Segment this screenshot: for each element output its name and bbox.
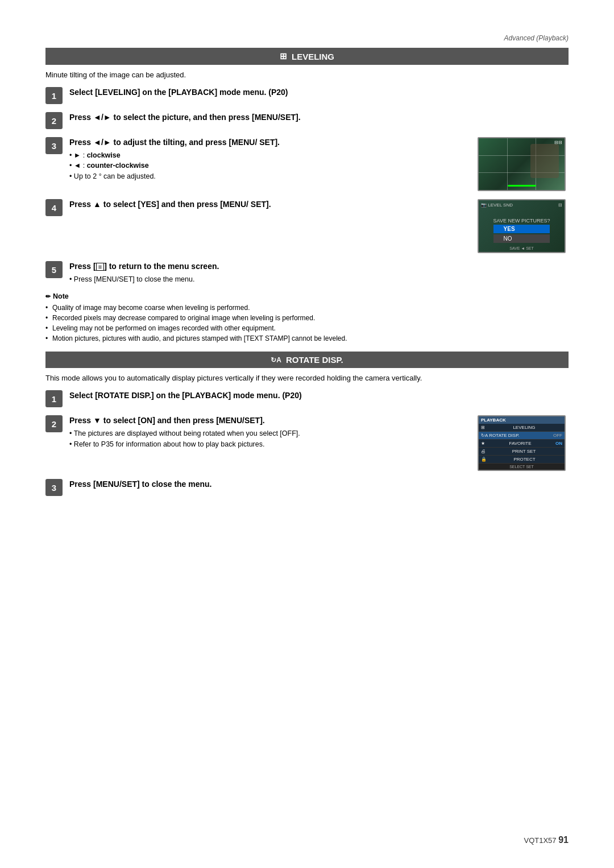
camera-top-icons: ⊟⊟ xyxy=(554,140,562,145)
menu-footer: SELECT SET xyxy=(479,464,565,470)
leveling-icon: ⊞ xyxy=(280,51,287,61)
note-item-4: Motion pictures, pictures with audio, an… xyxy=(45,333,569,344)
step-5-title: Press [≡] to return to the menu screen. xyxy=(69,261,569,272)
rotate-disp-title: ROTATE DISP. xyxy=(286,355,343,365)
page-number: 91 xyxy=(558,835,569,845)
step-4-image: 📷 LEVEL SND ⊟ SAVE NEW PICTURES? YES NO … xyxy=(478,199,569,253)
leveling-intro: Minute tilting of the image can be adjus… xyxy=(45,71,569,79)
note-item-1: Quality of image may become coarse when … xyxy=(45,303,569,313)
step-3-sub-item-2: ◄ : counter-clockwise xyxy=(69,160,471,171)
screen-label: 📷 LEVEL SND xyxy=(481,202,513,208)
rotate-step-3-title: Press [MENU/SET] to close the menu. xyxy=(69,479,569,490)
protect-label: PROTECT xyxy=(513,457,535,462)
leveling-step-4: 4 Press ▲ to select [YES] and then press… xyxy=(45,199,569,253)
rotate-disp-menu-icon: ↻A xyxy=(481,433,488,438)
note-title: Note xyxy=(45,292,569,300)
rotate-step-number-2: 2 xyxy=(45,415,63,432)
step-2-content: Press ◄/► to select the picture, and the… xyxy=(69,112,569,123)
step-3-content: Press ◄/► to adjust the tilting, and pre… xyxy=(69,137,471,182)
leveling-step-3: 3 Press ◄/► to adjust the tilting, and p… xyxy=(45,137,569,191)
rotate-step-2-sub-1: The pictures are displayed without being… xyxy=(69,428,471,439)
leveling-camera-screen-3: ⊟⊟ xyxy=(478,137,566,191)
page-code: VQT1X57 xyxy=(524,836,556,845)
step-4-title: Press ▲ to select [YES] and then press [… xyxy=(69,199,471,210)
rotate-disp-val: OFF xyxy=(553,433,562,438)
favorite-val: ON xyxy=(555,441,562,446)
leveling-title: LEVELING xyxy=(292,52,334,61)
page-footer: VQT1X57 91 xyxy=(524,835,569,845)
leveling-step-2: 2 Press ◄/► to select the picture, and t… xyxy=(45,112,569,129)
screen-icon: ⊟ xyxy=(558,202,562,208)
grid-v1 xyxy=(507,138,508,190)
step-3-image: ⊟⊟ xyxy=(478,137,569,191)
rotate-step-2-main: 2 Press ▼ to select [ON] and then press … xyxy=(45,415,471,471)
rotate-step-number-3: 3 xyxy=(45,479,63,496)
photo-content xyxy=(530,144,559,178)
save-prompt-area: SAVE NEW PICTURES? YES NO xyxy=(493,218,550,243)
step-4-content: Press ▲ to select [YES] and then press [… xyxy=(69,199,471,210)
rotate-step-2-sub-2: Refer to P35 for information about how t… xyxy=(69,439,471,450)
step-2-title: Press ◄/► to select the picture, and the… xyxy=(69,112,569,123)
menu-item-protect: 🔒 PROTECT xyxy=(479,456,565,464)
level-indicator xyxy=(508,185,536,187)
leveling-section-header: ⊞ LEVELING xyxy=(45,48,569,65)
step-4-main: 4 Press ▲ to select [YES] and then press… xyxy=(45,199,471,253)
leveling-step-5: 5 Press [≡] to return to the menu screen… xyxy=(45,261,569,284)
step-5-content: Press [≡] to return to the menu screen. … xyxy=(69,261,569,284)
step-5-sub-item: Press [MENU/SET] to close the menu. xyxy=(69,274,569,285)
note-list: Quality of image may become coarse when … xyxy=(45,303,569,344)
rotate-step-2-sub: The pictures are displayed without being… xyxy=(69,428,471,450)
rotate-step-1-content: Select [ROTATE DISP.] on the [PLAYBACK] … xyxy=(69,390,569,402)
rotate-disp-icon: ↻A xyxy=(271,356,281,364)
menu-item-favorite: ★ FAVORITE ON xyxy=(479,440,565,448)
rotate-step-1: 1 Select [ROTATE DISP.] on the [PLAYBACK… xyxy=(45,390,569,407)
favorite-icon: ★ xyxy=(481,441,485,446)
step-number-1: 1 xyxy=(45,87,63,104)
leveling-camera-screen-4: 📷 LEVEL SND ⊟ SAVE NEW PICTURES? YES NO … xyxy=(478,199,566,253)
step-1-title: Select [LEVELING] on the [PLAYBACK] mode… xyxy=(69,87,569,98)
menu-icon-inline: ≡ xyxy=(96,263,104,271)
note-item-2: Recorded pixels may decrease compared to… xyxy=(45,313,569,323)
step-3-sub: ► : clockwise ◄ : counter-clockwise Up t… xyxy=(69,150,471,182)
menu-item-leveling: ⊞ LEVELING xyxy=(479,424,565,432)
menu-item-print-set: 🖨 PRINT SET xyxy=(479,448,565,456)
step-3-sub-item-1: ► : clockwise xyxy=(69,150,471,161)
step-1-content: Select [LEVELING] on the [PLAYBACK] mode… xyxy=(69,87,569,98)
rotate-disp-section-header: ↻A ROTATE DISP. xyxy=(45,352,569,368)
menu-item-rotate-disp: ↻A ROTATE DISP. OFF xyxy=(479,432,565,440)
print-set-label: PRINT SET xyxy=(512,449,536,454)
step-number-2: 2 xyxy=(45,112,63,129)
step-3-title: Press ◄/► to adjust the tilting, and pre… xyxy=(69,137,471,148)
step-number-3: 3 xyxy=(45,137,63,154)
step-5-sub: Press [MENU/SET] to close the menu. xyxy=(69,274,569,285)
print-set-icon: 🖨 xyxy=(481,449,486,454)
step-number-4: 4 xyxy=(45,199,63,216)
rotate-step-number-1: 1 xyxy=(45,390,63,407)
page-context: Advanced (Playback) xyxy=(45,34,569,42)
menu-item-leveling-icon: ⊞ xyxy=(481,425,485,430)
rotate-step-3-content: Press [MENU/SET] to close the menu. xyxy=(69,479,569,490)
rotate-step-2-image: PLAYBACK ⊞ LEVELING ↻A ROTATE DISP. OFF … xyxy=(478,415,569,471)
rotate-disp-menu-label: ROTATE DISP. xyxy=(489,433,519,438)
menu-item-rotate-label-wrap: ↻A ROTATE DISP. xyxy=(481,433,520,438)
yes-button: YES xyxy=(493,225,550,233)
step-number-5: 5 xyxy=(45,261,63,278)
protect-icon: 🔒 xyxy=(481,457,487,462)
info-bar: 📷 LEVEL SND ⊟ xyxy=(479,202,565,208)
rotate-disp-intro: This mode allows you to automatically di… xyxy=(45,374,569,382)
no-button: NO xyxy=(493,234,550,243)
favorite-label: FAVORITE xyxy=(509,441,532,446)
leveling-note: Note Quality of image may become coarse … xyxy=(45,292,569,344)
rotate-step-3: 3 Press [MENU/SET] to close the menu. xyxy=(45,479,569,496)
rotate-step-2: 2 Press ▼ to select [ON] and then press … xyxy=(45,415,569,471)
menu-item-leveling-label: LEVELING xyxy=(513,425,535,430)
rotate-menu-screen: PLAYBACK ⊞ LEVELING ↻A ROTATE DISP. OFF … xyxy=(478,415,566,471)
step-3-main: 3 Press ◄/► to adjust the tilting, and p… xyxy=(45,137,471,191)
rotate-step-2-title: Press ▼ to select [ON] and then press [M… xyxy=(69,415,471,427)
rotate-step-2-content: Press ▼ to select [ON] and then press [M… xyxy=(69,415,471,449)
nav-hint: SAVE ◄ SET xyxy=(479,246,565,250)
step-3-sub-item-3: Up to 2 ° can be adjusted. xyxy=(69,171,471,182)
note-item-3: Leveling may not be performed on images … xyxy=(45,323,569,333)
leveling-step-1: 1 Select [LEVELING] on the [PLAYBACK] mo… xyxy=(45,87,569,104)
menu-header: PLAYBACK xyxy=(479,416,565,424)
